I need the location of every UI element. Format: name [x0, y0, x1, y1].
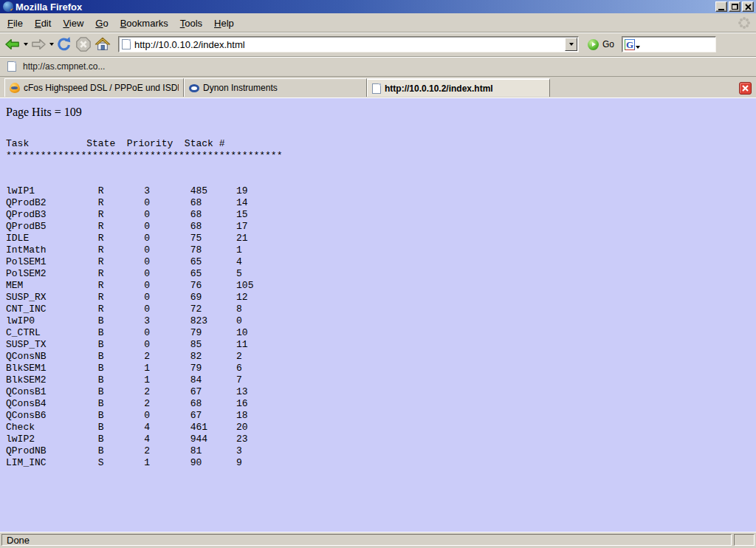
menu-view[interactable]: View: [57, 15, 89, 32]
close-icon: [745, 4, 752, 10]
restore-icon: [732, 4, 738, 10]
url-bar[interactable]: http://10.0.10.2/index.html: [118, 36, 579, 52]
forward-dropdown-button[interactable]: [48, 35, 55, 54]
task-table-header: Task State Priority Stack # ************…: [6, 138, 750, 162]
go-icon[interactable]: [588, 39, 599, 50]
firefox-icon: [3, 1, 13, 12]
table-row: CNT_INC R 0 72 8: [6, 304, 750, 315]
tab-label: http://10.0.10.2/index.html: [385, 83, 493, 94]
back-button[interactable]: [3, 35, 22, 54]
url-dropdown-button[interactable]: [565, 38, 577, 51]
tab-2[interactable]: Dynon Instruments: [184, 78, 367, 97]
search-input[interactable]: G: [622, 36, 716, 52]
resize-grip[interactable]: [734, 534, 755, 546]
table-row: MEM R 0 76 105: [6, 280, 750, 292]
page-content: Page Hits = 109 Task State Priority Stac…: [0, 98, 756, 532]
menu-bar-items: FileEditViewGoBookmarksToolsHelp: [1, 16, 240, 30]
status-text: Done: [7, 535, 30, 546]
menu-edit[interactable]: Edit: [29, 15, 57, 32]
reload-icon: [56, 36, 72, 52]
bookmark-item[interactable]: http://as.cmpnet.co...: [23, 61, 105, 72]
tab-close-button[interactable]: [739, 82, 752, 95]
table-row: lwIP1 R 3 485 19: [6, 185, 750, 197]
table-row: SUSP_TX B 0 85 11: [6, 339, 750, 351]
tab-1[interactable]: cFos Highspeed DSL / PPPoE und ISDN CAP.…: [4, 78, 184, 97]
dynon-icon: [189, 84, 199, 92]
go-button[interactable]: Go: [602, 39, 614, 49]
menu-bookmarks[interactable]: Bookmarks: [114, 15, 174, 32]
table-row: QProdB2 R 0 68 14: [6, 197, 750, 209]
table-row: QProdNB B 2 81 3: [6, 445, 750, 457]
window-controls: [715, 1, 754, 12]
bookmarks-toolbar: http://as.cmpnet.co...: [0, 57, 756, 77]
back-arrow-icon: [4, 37, 21, 52]
reload-button[interactable]: [55, 35, 74, 54]
table-row: lwIP0 B 3 823 0: [6, 315, 750, 327]
table-row: IDLE R 0 75 21: [6, 233, 750, 244]
chevron-down-icon: [636, 46, 640, 49]
url-input[interactable]: http://10.0.10.2/index.html: [134, 39, 565, 50]
menu-help[interactable]: Help: [208, 15, 240, 32]
table-row: QProdB3 R 0 68 15: [6, 209, 750, 221]
cfos-icon: [10, 83, 20, 93]
status-bar: Done: [0, 532, 756, 548]
forward-button[interactable]: [29, 35, 48, 54]
table-row: BlkSEM1 B 1 79 6: [6, 363, 750, 374]
table-row: QConsNB B 2 82 2: [6, 351, 750, 363]
table-row: QConsB6 B 0 67 18: [6, 410, 750, 422]
table-row: QProdB5 R 0 68 17: [6, 221, 750, 233]
tab-bar: cFos Highspeed DSL / PPPoE und ISDN CAP.…: [0, 77, 756, 98]
back-dropdown-button[interactable]: [22, 35, 29, 54]
table-row: lwIP2 B 4 944 23: [6, 434, 750, 445]
table-row: C_CTRL B 0 79 10: [6, 327, 750, 339]
menu-file[interactable]: File: [1, 15, 29, 32]
tab-3[interactable]: http://10.0.10.2/index.html: [367, 78, 550, 97]
chevron-down-icon: [569, 43, 574, 46]
table-row: PolSEM2 R 0 65 5: [6, 268, 750, 280]
menu-tools[interactable]: Tools: [174, 15, 208, 32]
table-row: IntMath R 0 78 1: [6, 244, 750, 256]
restore-button[interactable]: [729, 1, 740, 12]
tab-label: cFos Highspeed DSL / PPPoE und ISDN CAP.…: [24, 83, 179, 93]
table-row: QConsB4 B 2 68 16: [6, 398, 750, 410]
navigation-toolbar: http://10.0.10.2/index.html Go G: [0, 32, 756, 57]
table-row: SUSP_RX R 0 69 12: [6, 292, 750, 304]
task-table: lwIP1 R 3 485 19QProdB2 R 0 68 14QProdB3…: [6, 185, 750, 469]
google-icon[interactable]: G: [625, 39, 635, 50]
chevron-down-icon: [24, 43, 28, 46]
chevron-down-icon: [49, 43, 54, 46]
page-icon: [122, 39, 131, 49]
bookmark-page-icon: [7, 61, 16, 72]
page-hits-text: Page Hits = 109: [6, 106, 750, 119]
menu-bar: FileEditViewGoBookmarksToolsHelp: [0, 13, 756, 32]
table-column-headers: Task State Priority Stack #: [6, 138, 750, 150]
forward-arrow-icon: [30, 37, 47, 52]
tab-strip: cFos Highspeed DSL / PPPoE und ISDN CAP.…: [4, 78, 735, 97]
table-row: BlkSEM2 B 1 84 7: [6, 374, 750, 386]
table-row: LIM_INC S 1 90 9: [6, 457, 750, 469]
home-icon: [94, 36, 111, 52]
menu-go[interactable]: Go: [89, 15, 114, 32]
window-title: Mozilla Firefox: [16, 1, 715, 13]
page-icon: [372, 83, 381, 94]
close-icon: [742, 85, 749, 92]
minimize-button[interactable]: [715, 1, 727, 12]
title-bar: Mozilla Firefox: [0, 0, 756, 13]
stop-icon: [75, 36, 92, 52]
throbber-icon: [738, 17, 750, 29]
table-row: Check B 4 461 20: [6, 422, 750, 434]
home-button[interactable]: [93, 35, 112, 54]
table-separator: ****************************************…: [6, 150, 750, 162]
close-button[interactable]: [742, 1, 754, 12]
status-panel: Done: [1, 534, 732, 546]
stop-button[interactable]: [74, 35, 93, 54]
table-row: PolSEM1 R 0 65 4: [6, 256, 750, 268]
tab-label: Dynon Instruments: [203, 83, 278, 93]
minimize-icon: [718, 9, 724, 10]
table-row: QConsB1 B 2 67 13: [6, 386, 750, 398]
browser-window: Mozilla Firefox FileEditViewGoBookmarksT…: [0, 0, 756, 548]
